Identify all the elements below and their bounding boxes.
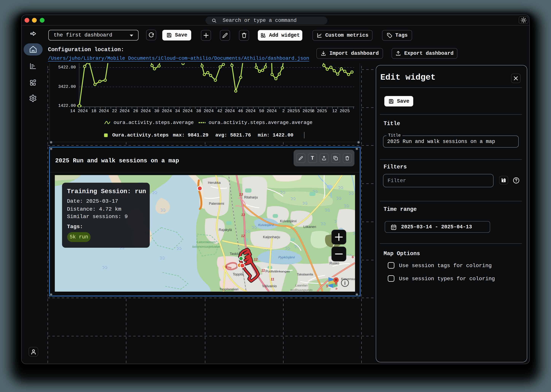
svg-text:12: 12 [241, 234, 245, 238]
svg-text:Kaijonharju: Kaijonharju [263, 235, 280, 239]
svg-text:Toppilansaari: Toppilansaari [219, 287, 238, 291]
svg-text:Korvensuora: Korvensuora [341, 277, 355, 281]
svg-text:Pyykösjärvi: Pyykösjärvi [278, 256, 295, 259]
svg-text:Rajakylä: Rajakylä [219, 228, 232, 232]
svg-text:11: 11 [261, 268, 265, 273]
svg-text:i: i [344, 280, 346, 286]
svg-text:Liikanen: Liikanen [303, 225, 316, 229]
svg-text:Pateniemi: Pateniemi [209, 202, 224, 205]
svg-text:12: 12 [254, 257, 258, 261]
svg-text:Välivainio: Välivainio [262, 284, 277, 288]
svg-text:Toppila: Toppila [233, 273, 244, 276]
svg-text:Kuivasjärvi: Kuivasjärvi [280, 219, 296, 223]
svg-text:13: 13 [239, 192, 243, 196]
svg-text:Puolivälinkangas: Puolivälinkangas [265, 270, 290, 273]
svg-text:5: 5 [326, 284, 328, 288]
svg-text:Ritaharju: Ritaharju [244, 196, 258, 199]
svg-text:Kuivasjärvi: Kuivasjärvi [258, 223, 274, 227]
svg-text:Herukka: Herukka [208, 181, 221, 185]
svg-text:luonnonsuojelualue: luonnonsuojelualue [192, 245, 220, 248]
svg-text:13: 13 [241, 213, 245, 217]
svg-text:Takalaanila: Takalaanila [297, 273, 313, 276]
svg-text:teollisuuspuisto: teollisuuspuisto [290, 288, 312, 292]
svg-text:11: 11 [271, 277, 274, 281]
svg-text:Rusko: Rusko [329, 261, 339, 265]
svg-text:6: 6 [352, 255, 354, 259]
svg-text:Letonniemen: Letonniemen [197, 240, 215, 244]
svg-text:Laanilan: Laanilan [295, 284, 308, 287]
